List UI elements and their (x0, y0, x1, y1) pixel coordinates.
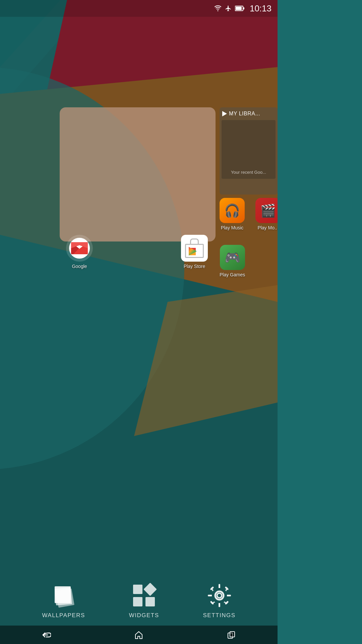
wallpapers-button[interactable]: WALLPAPERS (42, 583, 85, 619)
svg-rect-9 (236, 7, 242, 10)
recents-button[interactable] (222, 626, 241, 644)
wallpapers-icon (52, 583, 75, 608)
svg-rect-29 (230, 632, 235, 637)
svg-rect-17 (133, 597, 142, 606)
widgets-button[interactable]: WIDGETS (129, 583, 159, 619)
play-games-app[interactable]: 🎮 Play Games (220, 245, 245, 277)
my-library-title: MY LIBRA... (229, 111, 260, 117)
svg-rect-18 (145, 597, 155, 606)
play-triangle-icon (222, 111, 227, 116)
play-store-app[interactable]: Play Store (181, 235, 208, 269)
play-movies-label: Play Mo... (257, 225, 278, 230)
svg-rect-22 (208, 595, 212, 596)
svg-rect-20 (219, 584, 220, 588)
svg-rect-14 (55, 586, 71, 603)
widgets-label: WIDGETS (129, 612, 159, 619)
my-library-content: Your recent Goo... (222, 120, 276, 179)
my-library-header: MY LIBRA... (220, 107, 278, 120)
status-bar: 10:13 (0, 0, 278, 17)
folder-overlay (60, 107, 216, 241)
status-time: 10:13 (250, 3, 272, 14)
svg-point-19 (217, 593, 222, 598)
battery-icon (235, 5, 244, 11)
google-label: Google (72, 264, 87, 269)
svg-marker-11 (189, 247, 197, 256)
my-library-recent-text: Your recent Goo... (228, 170, 269, 175)
wifi-icon (214, 5, 222, 11)
play-movies-app[interactable]: 🎬 Play Mo... (255, 198, 278, 230)
settings-button[interactable]: SETTINGS (203, 583, 236, 619)
play-music-app[interactable]: 🎧 Play Music (220, 198, 245, 230)
settings-label: SETTINGS (203, 612, 236, 619)
google-app[interactable]: Google (66, 235, 93, 269)
svg-rect-21 (219, 603, 220, 607)
home-button[interactable] (130, 626, 148, 644)
widgets-icon (131, 583, 157, 608)
svg-rect-16 (143, 583, 157, 596)
bottom-bar: WALLPAPERS WIDGETS (0, 576, 278, 626)
wallpapers-label: WALLPAPERS (42, 612, 85, 619)
settings-icon (207, 583, 232, 608)
back-button[interactable] (37, 626, 56, 644)
svg-rect-10 (243, 7, 244, 9)
play-store-label: Play Store (184, 264, 205, 269)
play-games-label: Play Games (220, 272, 245, 277)
nav-bar (0, 626, 278, 644)
airplane-icon (225, 5, 232, 12)
svg-rect-15 (133, 585, 142, 594)
play-music-label: Play Music (221, 225, 244, 230)
google-icon-bg (66, 235, 93, 262)
svg-rect-23 (227, 595, 231, 596)
my-library-widget[interactable]: MY LIBRA... Your recent Goo... (220, 107, 278, 195)
